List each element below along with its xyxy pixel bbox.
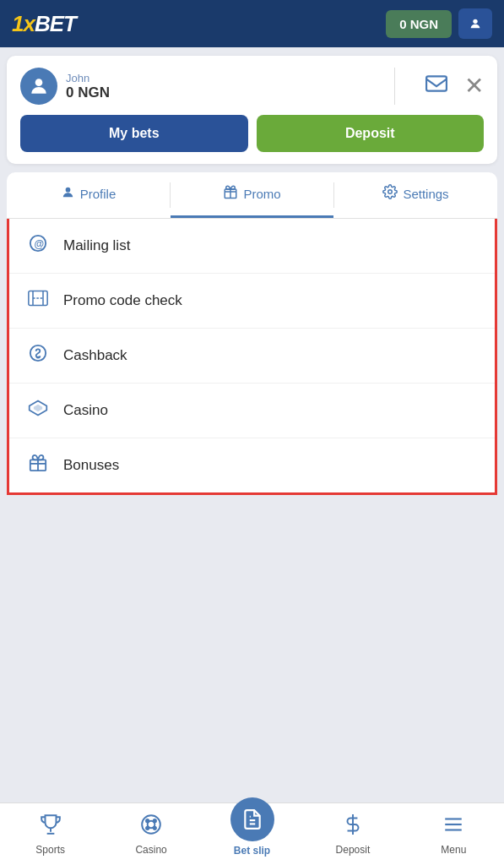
svg-point-1 xyxy=(35,79,43,86)
nav-menu-label: Menu xyxy=(441,844,466,856)
tab-settings-label: Settings xyxy=(403,187,448,201)
bonuses-label: Bonuses xyxy=(63,457,119,474)
nav-casino[interactable]: Casino xyxy=(100,803,201,865)
user-card: John 0 NGN ✕ My bets Deposit xyxy=(7,56,497,164)
svg-text:@: @ xyxy=(34,238,44,250)
mailing-list-label: Mailing list xyxy=(63,237,130,254)
bottom-nav: Sports Casino Bet slip xyxy=(0,802,504,865)
casino-item[interactable]: Casino xyxy=(9,384,495,438)
user-info-left: John 0 NGN xyxy=(20,68,110,105)
logo-text: 1xBET xyxy=(12,11,76,37)
nav-casino-label: Casino xyxy=(135,844,166,856)
casino-icon xyxy=(26,399,50,422)
nav-sports[interactable]: Sports xyxy=(0,803,100,865)
user-right-actions: ✕ xyxy=(381,68,484,105)
nav-menu[interactable]: Menu xyxy=(404,803,504,865)
logo: 1xBET xyxy=(12,11,76,37)
promo-code-check-label: Promo code check xyxy=(63,292,182,309)
close-icon[interactable]: ✕ xyxy=(464,74,484,98)
menu-icon xyxy=(442,813,464,841)
username: John xyxy=(66,72,110,84)
bonuses-icon xyxy=(26,454,50,477)
tab-promo[interactable]: Promo xyxy=(171,172,333,218)
nav-sports-label: Sports xyxy=(35,844,65,856)
bonuses-item[interactable]: Bonuses xyxy=(9,438,495,492)
user-icon xyxy=(469,15,482,32)
casino-label: Casino xyxy=(63,402,108,419)
svg-point-3 xyxy=(65,187,70,192)
bet-slip-icon xyxy=(230,797,274,841)
user-details: John 0 NGN xyxy=(66,72,110,101)
profile-icon xyxy=(61,185,75,204)
tabs-container: Profile Promo Set xyxy=(7,172,497,219)
promo-code-icon xyxy=(26,289,50,313)
tab-profile[interactable]: Profile xyxy=(7,173,170,218)
tab-promo-label: Promo xyxy=(243,187,280,201)
header-user-button[interactable] xyxy=(458,8,492,39)
svg-point-0 xyxy=(473,19,477,24)
deposit-button[interactable]: Deposit xyxy=(257,115,485,152)
user-balance: 0 NGN xyxy=(66,84,110,101)
cashback-icon xyxy=(26,344,50,367)
gray-spacer xyxy=(7,495,497,664)
nav-bet-slip-label: Bet slip xyxy=(234,845,270,857)
promo-code-check-item[interactable]: Promo code check xyxy=(9,274,495,329)
cashback-label: Cashback xyxy=(63,347,127,364)
tab-settings[interactable]: Settings xyxy=(334,172,497,218)
mailing-list-item[interactable]: @ Mailing list xyxy=(9,219,495,274)
svg-point-20 xyxy=(146,819,149,822)
svg-point-21 xyxy=(154,819,156,822)
svg-point-22 xyxy=(146,826,149,829)
user-info-row: John 0 NGN ✕ xyxy=(20,68,484,105)
tab-profile-label: Profile xyxy=(80,187,117,201)
trophy-icon xyxy=(40,813,62,841)
tabs: Profile Promo Set xyxy=(7,172,497,218)
svg-rect-2 xyxy=(426,76,447,90)
nav-deposit[interactable]: Deposit xyxy=(302,803,403,865)
svg-point-5 xyxy=(388,190,393,194)
promo-icon xyxy=(223,184,238,204)
deposit-nav-icon xyxy=(342,813,364,841)
mailing-list-icon: @ xyxy=(26,234,50,258)
settings-icon xyxy=(382,184,398,204)
header-balance-button[interactable]: 0 NGN xyxy=(386,10,452,38)
cashback-item[interactable]: Cashback xyxy=(9,329,495,384)
header-right: 0 NGN xyxy=(386,8,492,39)
svg-point-23 xyxy=(154,826,156,829)
mail-icon[interactable] xyxy=(425,75,447,97)
my-bets-button[interactable]: My bets xyxy=(20,115,248,152)
svg-marker-14 xyxy=(34,405,42,412)
vertical-divider xyxy=(394,68,395,105)
nav-bet-slip[interactable]: Bet slip xyxy=(202,803,302,865)
svg-point-18 xyxy=(142,815,160,834)
header: 1xBET 0 NGN xyxy=(0,0,504,47)
user-buttons: My bets Deposit xyxy=(20,115,484,152)
nav-deposit-label: Deposit xyxy=(336,844,371,856)
casino-nav-icon xyxy=(140,813,162,841)
promo-content: @ Mailing list Promo code check Cashback xyxy=(7,219,497,495)
avatar xyxy=(20,68,57,105)
